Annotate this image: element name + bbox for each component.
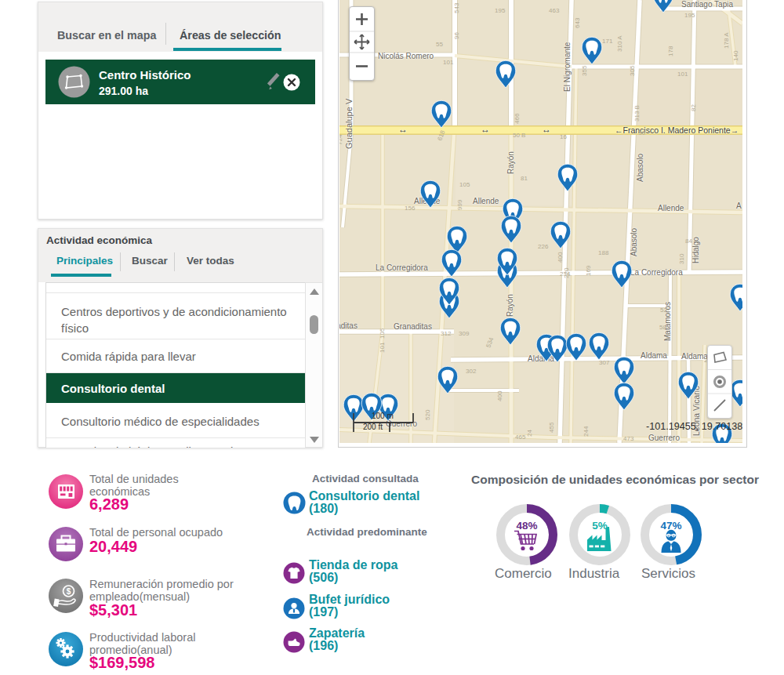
- svg-text:←Francisco I. Madero Poniente→: ←Francisco I. Madero Poniente→: [615, 125, 739, 135]
- svg-text:105: 105: [459, 181, 470, 188]
- svg-text:Santiago Tapia: Santiago Tapia: [681, 0, 733, 9]
- svg-text:188: 188: [598, 249, 609, 256]
- svg-text:La Corregidora: La Corregidora: [376, 263, 428, 272]
- svg-text:A: A: [736, 201, 742, 210]
- svg-text:58: 58: [659, 324, 666, 331]
- svg-text:400: 400: [496, 390, 503, 401]
- svg-text:96: 96: [453, 32, 460, 39]
- svg-text:465: 465: [515, 434, 526, 441]
- svg-text:Allende: Allende: [473, 197, 499, 205]
- svg-text:↔: ↔: [398, 124, 408, 135]
- svg-text:El Nigromante: El Nigromante: [563, 42, 572, 92]
- svg-text:↔: ↔: [542, 124, 551, 135]
- svg-text:302: 302: [466, 368, 477, 375]
- svg-text:310: 310: [678, 253, 685, 264]
- svg-text:81: 81: [521, 175, 528, 182]
- svg-text:520: 520: [424, 409, 431, 420]
- svg-text:Hidalgo: Hidalgo: [691, 237, 700, 263]
- svg-text:48%: 48%: [516, 520, 537, 532]
- svg-text:55: 55: [436, 41, 443, 48]
- svg-text:La Corregidora: La Corregidora: [630, 268, 683, 277]
- svg-text:195: 195: [684, 12, 695, 19]
- svg-text:312: 312: [441, 330, 452, 337]
- svg-text:$: $: [67, 587, 71, 596]
- svg-text:178: 178: [667, 45, 674, 56]
- svg-text:171: 171: [602, 38, 613, 45]
- svg-text:Allende: Allende: [658, 204, 684, 212]
- svg-text:313 B: 313 B: [633, 105, 641, 122]
- svg-text:Rayón: Rayón: [506, 151, 515, 174]
- svg-text:↔: ↔: [481, 124, 490, 135]
- svg-text:101: 101: [379, 342, 386, 353]
- svg-text:200 ft: 200 ft: [363, 423, 383, 431]
- svg-text:724: 724: [339, 134, 343, 145]
- svg-text:999: 999: [456, 199, 463, 210]
- svg-text:226: 226: [538, 243, 549, 250]
- svg-text:Abasolo: Abasolo: [636, 153, 644, 182]
- svg-text:84: 84: [685, 238, 692, 245]
- svg-text:169: 169: [585, 265, 592, 276]
- svg-text:52: 52: [660, 307, 667, 314]
- svg-text:92: 92: [665, 333, 672, 340]
- svg-text:105: 105: [379, 328, 386, 339]
- svg-text:455: 455: [548, 422, 555, 433]
- svg-text:Abasolo: Abasolo: [630, 227, 638, 256]
- svg-text:Aldama: Aldama: [641, 351, 667, 360]
- svg-text:101: 101: [443, 59, 454, 66]
- svg-text:101: 101: [677, 71, 688, 78]
- svg-text:307: 307: [599, 359, 610, 366]
- svg-text:220: 220: [563, 267, 570, 278]
- svg-text:309: 309: [459, 330, 470, 337]
- svg-text:50 B: 50 B: [513, 132, 525, 139]
- svg-text:Guadalupe V: Guadalupe V: [344, 98, 354, 149]
- svg-text:244: 244: [583, 426, 590, 437]
- svg-text:355: 355: [581, 65, 588, 76]
- svg-text:24: 24: [526, 430, 533, 437]
- svg-text:463: 463: [549, 7, 560, 14]
- svg-text:Rayón: Rayón: [506, 294, 514, 317]
- svg-text:16: 16: [560, 133, 567, 140]
- svg-text:Granaditas: Granaditas: [339, 321, 358, 330]
- svg-text:100 m: 100 m: [372, 412, 394, 420]
- svg-text:156: 156: [405, 205, 416, 212]
- svg-text:466: 466: [514, 113, 521, 124]
- svg-text:473: 473: [623, 435, 634, 442]
- svg-text:543: 543: [453, 2, 460, 13]
- svg-text:47%: 47%: [660, 520, 681, 532]
- svg-text:Guerrero: Guerrero: [648, 434, 680, 442]
- svg-text:Nicolás Romero: Nicolás Romero: [378, 52, 434, 60]
- svg-text:305: 305: [629, 65, 636, 76]
- svg-text:82: 82: [690, 104, 697, 111]
- svg-text:400: 400: [557, 252, 564, 263]
- svg-text:140: 140: [732, 50, 739, 61]
- svg-text:195: 195: [495, 7, 506, 14]
- svg-text:30: 30: [638, 129, 645, 136]
- svg-text:310 A: 310 A: [616, 35, 623, 52]
- svg-text:-101.19455, 19.70138: -101.19455, 19.70138: [646, 421, 742, 432]
- svg-text:5%: 5%: [592, 520, 608, 532]
- svg-text:Granaditas: Granaditas: [394, 322, 432, 331]
- svg-text:643: 643: [574, 17, 581, 28]
- svg-text:178 A: 178 A: [723, 32, 730, 49]
